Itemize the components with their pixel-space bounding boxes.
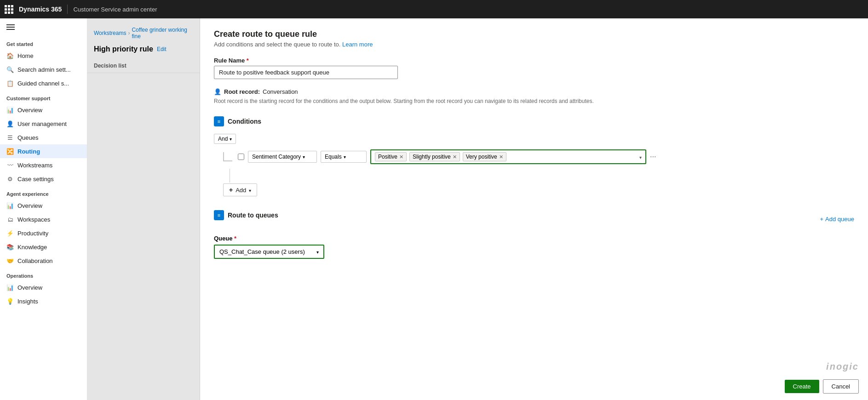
home-icon: 🏠 xyxy=(6,52,14,59)
tag-slightly-positive: Slightly positive ✕ xyxy=(409,152,460,161)
sidebar-item-user-mgmt-label: User management xyxy=(17,120,67,127)
sidebar-item-case-settings-label: Case settings xyxy=(17,176,54,183)
conditions-label: Conditions xyxy=(228,118,261,125)
search-icon: 🔍 xyxy=(6,66,14,73)
and-dropdown[interactable]: And xyxy=(214,134,236,144)
rule-title: High priority rule xyxy=(94,45,153,53)
sidebar-item-productivity[interactable]: ⚡ Productivity xyxy=(0,226,87,240)
queue-section: ≡ Route to queues + Add queue Queue * QS… xyxy=(214,210,854,259)
sidebar-item-guided-channel[interactable]: 📋 Guided channel s... xyxy=(0,76,87,90)
create-button[interactable]: Create xyxy=(785,380,819,393)
add-queue-icon: + xyxy=(820,216,824,223)
sidebar-item-home-label: Home xyxy=(17,52,34,59)
sidebar: Get started 🏠 Home 🔍 Search admin sett..… xyxy=(0,18,87,400)
route-to-queues-header: ≡ Route to queues xyxy=(214,210,278,220)
sidebar-item-search-admin[interactable]: 🔍 Search admin sett... xyxy=(0,63,87,76)
field-chevron-icon xyxy=(303,154,305,160)
apps-grid-icon[interactable] xyxy=(5,5,13,14)
queue-chevron-icon xyxy=(316,248,319,255)
sidebar-item-routing-label: Routing xyxy=(17,148,40,155)
sidebar-item-case-settings[interactable]: ⚙ Case settings xyxy=(0,172,87,186)
add-button-label: Add xyxy=(236,187,246,194)
tag-slightly-positive-remove[interactable]: ✕ xyxy=(453,154,457,160)
add-chevron-icon xyxy=(249,187,251,194)
sidebar-item-overview-ops-label: Overview xyxy=(17,284,42,291)
queues-icon: ☰ xyxy=(6,134,14,141)
agent-experience-section: Agent experience xyxy=(0,186,87,199)
admin-center-label: Customer Service admin center xyxy=(73,6,157,13)
sidebar-item-workspaces[interactable]: 🗂 Workspaces xyxy=(0,212,87,226)
condition-operator-label: Equals xyxy=(325,154,342,160)
edit-link[interactable]: Edit xyxy=(157,46,167,52)
topbar-divider xyxy=(67,5,68,14)
add-queue-button[interactable]: + Add queue xyxy=(820,216,855,223)
sidebar-item-knowledge[interactable]: 📚 Knowledge xyxy=(0,240,87,254)
sidebar-item-overview-ae-label: Overview xyxy=(17,202,42,209)
sidebar-item-user-management[interactable]: 👤 User management xyxy=(0,117,87,131)
conditions-icon: ≡ xyxy=(214,116,224,126)
bottom-action-bar: inogic Create Cancel xyxy=(776,373,868,400)
rule-name-input[interactable] xyxy=(214,66,398,79)
sidebar-item-queues[interactable]: ☰ Queues xyxy=(0,131,87,144)
sidebar-item-guided-label: Guided channel s... xyxy=(17,80,69,87)
learn-more-link[interactable]: Learn more xyxy=(342,41,373,48)
topbar: Dynamics 365 Customer Service admin cent… xyxy=(0,0,868,18)
condition-operator-dropdown[interactable]: Equals xyxy=(321,151,367,163)
queue-section-header: ≡ Route to queues + Add queue xyxy=(214,210,854,228)
sidebar-item-overview-ops[interactable]: 📊 Overview xyxy=(0,280,87,294)
sidebar-item-overview-cs[interactable]: 📊 Overview xyxy=(0,103,87,117)
required-star: * xyxy=(247,57,249,64)
sidebar-item-home[interactable]: 🏠 Home xyxy=(0,49,87,63)
sidebar-item-overview-cs-label: Overview xyxy=(17,107,42,114)
tag-very-positive-remove[interactable]: ✕ xyxy=(499,154,503,160)
tag-positive-remove[interactable]: ✕ xyxy=(399,154,403,160)
sidebar-item-collaboration-label: Collaboration xyxy=(17,257,53,264)
sidebar-item-collaboration[interactable]: 🤝 Collaboration xyxy=(0,254,87,268)
queue-value: QS_Chat_Case queue (2 users) xyxy=(219,248,305,255)
values-chevron-icon[interactable] xyxy=(639,154,642,160)
productivity-icon: ⚡ xyxy=(6,229,14,237)
root-record-label: 👤 Root record: Conversation xyxy=(214,88,854,95)
breadcrumb-coffee[interactable]: Coffee grinder working fine xyxy=(132,27,193,40)
condition-checkbox[interactable] xyxy=(238,154,244,160)
sidebar-item-workspaces-label: Workspaces xyxy=(17,216,50,223)
overview-ops-icon: 📊 xyxy=(6,284,14,291)
condition-values-box[interactable]: Positive ✕ Slightly positive ✕ Very posi… xyxy=(370,149,646,164)
operations-section: Operations xyxy=(0,268,87,280)
app-name: Dynamics 365 xyxy=(19,6,62,13)
root-record-value: Conversation xyxy=(263,88,298,95)
root-record-description: Root record is the starting record for t… xyxy=(214,97,854,105)
insights-icon: 💡 xyxy=(6,297,14,305)
condition-more-button[interactable]: ··· xyxy=(650,153,656,161)
tag-very-positive: Very positive ✕ xyxy=(463,152,506,161)
route-to-queues-label: Route to queues xyxy=(228,211,278,219)
add-icon xyxy=(229,186,233,194)
breadcrumb-workstreams[interactable]: Workstreams xyxy=(94,30,126,36)
conditions-header: ≡ Conditions xyxy=(214,116,854,126)
add-condition-button[interactable]: Add xyxy=(223,183,257,196)
condition-field-label: Sentiment Category xyxy=(252,154,301,160)
tag-very-positive-text: Very positive xyxy=(466,154,497,160)
tag-positive-text: Positive xyxy=(378,154,397,160)
condition-field-dropdown[interactable]: Sentiment Category xyxy=(248,151,317,163)
customer-support-section: Customer support xyxy=(0,90,87,103)
queue-section-icon: ≡ xyxy=(214,210,224,220)
operator-chevron-icon xyxy=(344,154,346,160)
sidebar-item-insights[interactable]: 💡 Insights xyxy=(0,294,87,308)
case-settings-icon: ⚙ xyxy=(6,175,14,183)
add-queue-label: Add queue xyxy=(825,216,854,223)
and-label: And xyxy=(218,136,228,142)
sidebar-item-workstreams-label: Workstreams xyxy=(17,162,52,169)
guided-icon: 📋 xyxy=(6,80,14,87)
sidebar-item-workstreams[interactable]: 〰 Workstreams xyxy=(0,158,87,172)
queue-dropdown[interactable]: QS_Chat_Case queue (2 users) xyxy=(214,245,324,259)
sidebar-item-overview-ae[interactable]: 📊 Overview xyxy=(0,199,87,212)
conditions-container: ≡ Conditions And Sentiment Category Equa… xyxy=(214,116,854,196)
rule-name-label: Rule Name * xyxy=(214,57,854,64)
sidebar-item-routing[interactable]: 🔀 Routing xyxy=(0,144,87,158)
overview-cs-icon: 📊 xyxy=(6,106,14,114)
page-title: Create route to queue rule xyxy=(214,29,854,39)
hamburger-menu[interactable] xyxy=(0,18,87,36)
cancel-button[interactable]: Cancel xyxy=(823,379,859,394)
decision-list-label: Decision list xyxy=(87,59,200,73)
